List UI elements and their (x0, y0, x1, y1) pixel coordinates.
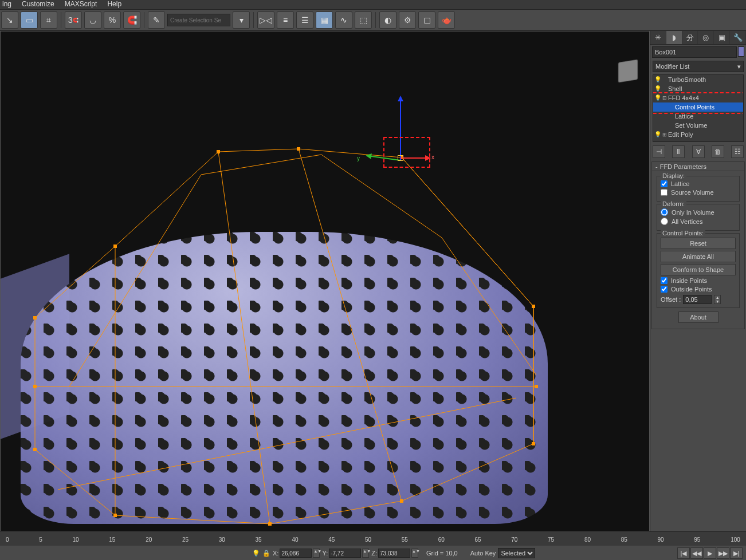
create-tab-icon[interactable]: ✳ (650, 31, 666, 44)
snap-toggle-3[interactable]: 3🧲 (65, 11, 82, 29)
stack-item-edit-poly[interactable]: 💡⊞Edit Poly (653, 130, 743, 139)
key-filter-dropdown[interactable]: Selected (498, 548, 535, 558)
autokey-button[interactable]: Auto Key (470, 550, 496, 557)
next-frame-icon[interactable]: ▶▶ (717, 547, 729, 559)
select-name-icon[interactable]: ⌗ (40, 11, 57, 29)
stack-item-shell[interactable]: 💡Shell (653, 84, 743, 93)
make-unique-icon[interactable]: ∀ (692, 145, 705, 158)
rollout-header[interactable]: -FFD Parameters (652, 162, 744, 171)
display-group-label: Display: (661, 172, 686, 179)
y-spinner[interactable]: ▲▼ (362, 549, 369, 558)
source-volume-label: Source Volume (671, 189, 714, 196)
main-toolbar: ↘ ▭ ⌗ 3🧲 ◡ % 🧲 ✎ ▾ ▷◁ ≡ ☰ ▦ ∿ ⬚ ◐ ⚙ ▢ 🫖 (0, 9, 746, 31)
schematic-icon[interactable]: ⬚ (355, 11, 372, 29)
goto-end-icon[interactable]: ▶| (730, 547, 743, 559)
ffd-parameters-rollout: -FFD Parameters Display: Lattice Source … (651, 161, 745, 329)
goto-start-icon[interactable]: |◀ (677, 547, 690, 559)
reset-button[interactable]: Reset (661, 238, 736, 249)
svg-rect-7 (297, 147, 300, 151)
modifier-stack[interactable]: 💡TurboSmooth 💡Shell 💡⊟FFD 4x4x4 Control … (653, 74, 744, 142)
mesh-object[interactable] (21, 232, 548, 524)
angle-snap-icon[interactable]: ◡ (84, 11, 101, 29)
select-object-icon[interactable]: ▭ (21, 11, 38, 29)
prev-frame-icon[interactable]: ◀◀ (690, 547, 703, 559)
command-panel: ✳ ◗ 分 ◎ ▣ 🔧 Modifier List▾ 💡TurboSmooth … (650, 31, 746, 531)
align-icon[interactable]: ≡ (277, 11, 294, 29)
svg-rect-5 (532, 305, 535, 308)
only-in-volume-radio[interactable] (661, 208, 668, 216)
selection-set-arrow-icon[interactable]: ▾ (233, 11, 250, 29)
menu-item[interactable]: Customize (22, 0, 54, 9)
menu-item[interactable]: MAXScript (65, 0, 97, 9)
offset-spinner[interactable] (683, 295, 712, 304)
svg-rect-8 (217, 150, 220, 153)
pin-stack-icon[interactable]: ⊣ (653, 145, 665, 158)
z-coord-field[interactable] (378, 549, 410, 558)
menu-item[interactable]: ing (2, 0, 11, 9)
layers-icon[interactable]: ☰ (296, 11, 313, 29)
z-spinner[interactable]: ▲▼ (411, 549, 418, 558)
svg-rect-9 (113, 244, 117, 248)
menubar: ing Customize MAXScript Help (0, 0, 746, 9)
spinner-snap-icon[interactable]: 🧲 (123, 11, 140, 29)
hierarchy-tab-icon[interactable]: 分 (682, 31, 698, 44)
mirror-icon[interactable]: ▷◁ (257, 11, 274, 29)
modify-tab-icon[interactable]: ◗ (666, 31, 682, 44)
conform-button[interactable]: Conform to Shape (661, 264, 736, 275)
stack-item-turbosmooth[interactable]: 💡TurboSmooth (653, 75, 743, 84)
offset-spinner-arrows[interactable]: ▲▼ (714, 295, 721, 304)
object-color-swatch[interactable] (738, 46, 744, 57)
material-editor-icon[interactable]: ◐ (379, 11, 396, 29)
stack-item-control-points[interactable]: Control Points (653, 102, 743, 112)
render-setup-icon[interactable]: ⚙ (399, 11, 416, 29)
all-vertices-radio[interactable] (661, 218, 668, 225)
selection-highlight (383, 137, 430, 168)
select-link-icon[interactable]: ↘ (1, 11, 18, 29)
modifier-list-dropdown[interactable]: Modifier List▾ (653, 61, 744, 72)
viewcube[interactable] (618, 59, 638, 82)
selection-set-dropdown[interactable] (167, 14, 230, 26)
named-selection-icon[interactable]: ✎ (148, 11, 165, 29)
percent-snap-icon[interactable]: % (104, 11, 121, 29)
lock-selection-icon[interactable]: 🔒 (262, 550, 270, 557)
inside-points-label: Inside Points (671, 277, 707, 284)
all-vertices-label: All Vertices (672, 218, 702, 225)
graphite-icon[interactable]: ▦ (316, 11, 333, 29)
menu-item[interactable]: Help (107, 0, 121, 9)
remove-modifier-icon[interactable]: 🗑 (712, 145, 724, 158)
stack-item-ffd[interactable]: 💡⊟FFD 4x4x4 (653, 93, 743, 102)
configure-sets-icon[interactable]: ☷ (731, 145, 744, 158)
lattice-checkbox[interactable] (661, 180, 668, 187)
chevron-down-icon: ▾ (737, 63, 741, 70)
motion-tab-icon[interactable]: ◎ (698, 31, 714, 44)
show-end-result-icon[interactable]: Ⅱ (672, 145, 685, 158)
grid-label: Grid = 10,0 (426, 550, 458, 557)
stack-item-lattice[interactable]: Lattice (653, 112, 743, 121)
utilities-tab-icon[interactable]: 🔧 (730, 31, 746, 44)
command-panel-tabs: ✳ ◗ 分 ◎ ▣ 🔧 (650, 31, 746, 45)
perspective-viewport[interactable]: x y (0, 31, 650, 531)
z-label: Z: (371, 550, 377, 557)
x-spinner[interactable]: ▲▼ (313, 549, 320, 558)
stack-item-set-volume[interactable]: Set Volume (653, 121, 743, 130)
only-in-volume-label: Only In Volume (672, 209, 714, 216)
x-coord-field[interactable] (280, 549, 312, 558)
animate-all-button[interactable]: Animate All (661, 251, 736, 262)
source-volume-checkbox[interactable] (661, 189, 668, 196)
curve-editor-icon[interactable]: ∿ (335, 11, 352, 29)
render-icon[interactable]: 🫖 (438, 11, 455, 29)
about-button[interactable]: About (678, 311, 718, 323)
x-label: X: (273, 550, 278, 557)
offset-label: Offset : (661, 296, 681, 303)
render-frame-icon[interactable]: ▢ (418, 11, 435, 29)
outside-points-checkbox[interactable] (661, 286, 668, 293)
inside-points-checkbox[interactable] (661, 277, 668, 284)
y-coord-field[interactable] (329, 549, 361, 558)
display-tab-icon[interactable]: ▣ (714, 31, 730, 44)
stack-item-box[interactable]: Box (653, 139, 743, 142)
axis-label-x: x (431, 154, 434, 160)
object-name-field[interactable] (652, 46, 737, 58)
timeline[interactable]: 0510 152025 303540 455055 606570 758085 … (0, 532, 746, 546)
lock-icon[interactable]: 💡 (252, 550, 260, 557)
play-icon[interactable]: ▶ (704, 547, 716, 559)
